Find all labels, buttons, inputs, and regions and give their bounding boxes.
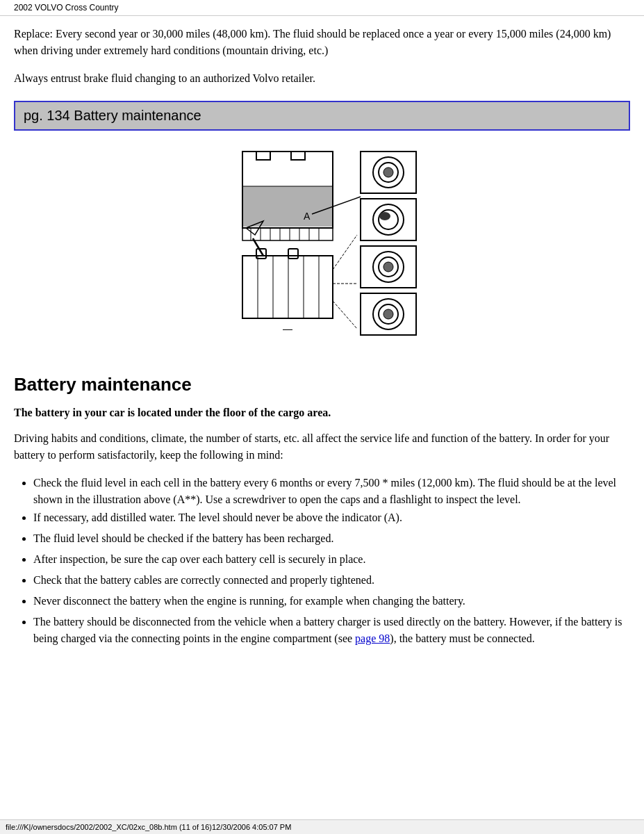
main-content: Replace: Every second year or 30,000 mil… [0,16,644,682]
svg-point-45 [383,309,393,319]
svg-point-41 [383,262,393,272]
description-text: Driving habits and conditions, climate, … [14,430,630,464]
page-header-text: pg. 134 Battery maintenance [24,108,201,123]
bullet-item-1: Check the fluid level in each cell in th… [33,475,630,508]
svg-line-28 [333,301,357,329]
status-text: file:///K|/ownersdocs/2002/2002_XC/02xc_… [6,823,291,831]
svg-rect-3 [243,186,332,227]
bullet-item-7: The battery should be disconnected from … [33,614,630,647]
page-header-box: pg. 134 Battery maintenance [14,101,630,131]
title-bar: 2002 VOLVO Cross Country [0,0,644,16]
svg-point-33 [383,167,393,177]
bullet-item-4: After inspection, be sure the cap over e… [33,551,630,568]
svg-point-37 [379,212,390,220]
bold-subheading: The battery in your car is located under… [14,407,630,419]
svg-rect-1 [256,152,270,160]
page98-link[interactable]: page 98 [355,632,390,644]
bullet-item-2: If necessary, add distilled water. The l… [33,509,630,526]
section-title: Battery maintenance [14,374,630,395]
svg-text:—: — [283,323,292,334]
replace-paragraph: Replace: Every second year or 30,000 mil… [14,26,630,59]
status-bar: file:///K|/ownersdocs/2002/2002_XC/02xc_… [0,819,644,834]
battery-diagram-container: A [14,145,630,353]
bullet-list: Check the fluid level in each cell in th… [14,475,630,647]
bullet-item-5: Check that the battery cables are correc… [33,572,630,589]
bullet-item-6: Never disconnect the battery when the en… [33,593,630,610]
title-text: 2002 VOLVO Cross Country [14,3,119,13]
svg-rect-18 [288,249,298,259]
always-paragraph: Always entrust brake fluid changing to a… [14,70,630,87]
svg-line-26 [333,235,357,270]
svg-text:A: A [304,211,311,222]
svg-point-35 [373,204,404,235]
svg-rect-2 [291,152,305,160]
battery-diagram-svg: A [222,145,423,353]
bullet-item-3: The fluid level should be checked if the… [33,530,630,547]
